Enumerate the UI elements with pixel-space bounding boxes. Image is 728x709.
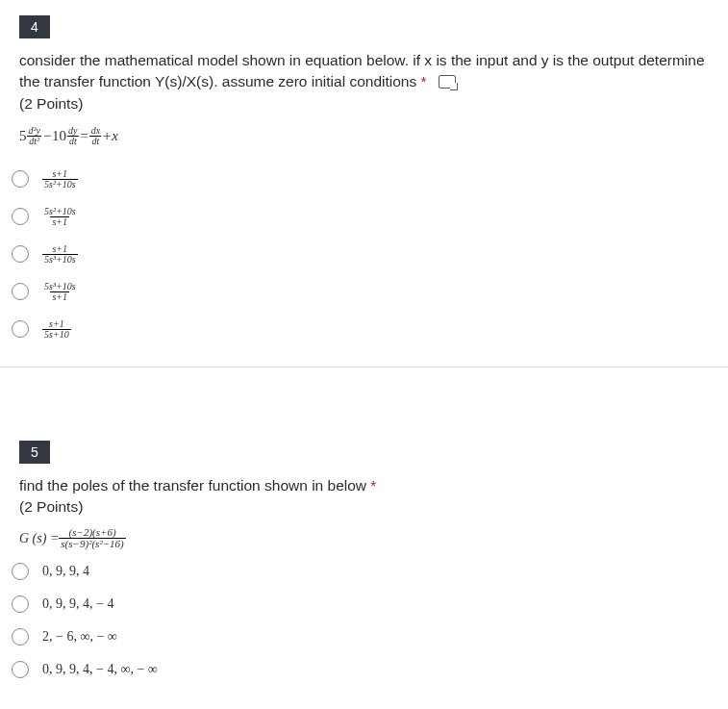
q4-option-2-math: 5s²+10ss+1 — [42, 207, 78, 227]
question-5-block: 5 find the poles of the transfer functio… — [0, 425, 728, 705]
eq-frac3-den: dt — [89, 136, 101, 146]
radio-icon — [12, 628, 29, 646]
gs-den: s(s−9)²(s²−16) — [59, 538, 125, 549]
immersive-reader-icon[interactable] — [439, 75, 456, 89]
question-4-text-row: consider the mathematical model shown in… — [19, 50, 709, 93]
opt-den: 5s+10 — [42, 329, 71, 340]
question-4-text: consider the mathematical model shown in… — [19, 52, 705, 89]
eq-frac1-den: dt² — [27, 136, 41, 146]
eq-frac3-num: dx — [89, 126, 102, 136]
radio-icon — [12, 595, 29, 613]
eq-tail: x — [112, 128, 118, 144]
q4-option-4-math: 5s³+10ss+1 — [42, 282, 78, 302]
spacer — [0, 367, 728, 425]
eq-op2: = — [80, 128, 89, 144]
q5-option-4[interactable]: 0, 9, 9, 4, − 4, ∞, − ∞ — [6, 655, 728, 684]
opt-num: s+1 — [50, 169, 69, 179]
eq-op1: − — [42, 128, 52, 144]
eq-frac2-num: dy — [66, 126, 79, 136]
question-number-5: 5 — [19, 441, 50, 464]
opt-den: s+1 — [50, 291, 69, 302]
opt-den: 5s³+10s — [42, 254, 78, 265]
q4-option-3-math: s+15s³+10s — [42, 244, 78, 265]
radio-icon — [12, 283, 29, 300]
q4-option-3[interactable]: s+15s³+10s — [6, 237, 728, 272]
required-star: * — [421, 73, 427, 89]
q4-option-1[interactable]: s+15s²+10s — [6, 162, 728, 197]
radio-icon — [12, 320, 29, 338]
eq-frac2-den: dt — [67, 136, 79, 146]
opt-num: 5s²+10s — [42, 207, 78, 216]
q4-option-5[interactable]: s+15s+10 — [6, 312, 728, 347]
q4-option-2[interactable]: 5s²+10ss+1 — [6, 199, 728, 235]
opt-den: 5s²+10s — [42, 179, 78, 190]
question-number-4: 4 — [19, 15, 50, 38]
q4-option-4[interactable]: 5s³+10ss+1 — [6, 274, 728, 310]
radio-icon — [12, 661, 29, 678]
gs-num: (s−2)(s+6) — [67, 527, 118, 538]
eq-frac3: dx dt — [89, 126, 102, 146]
question-5-points: (2 Points) — [19, 498, 709, 516]
radio-icon — [12, 170, 29, 188]
q5-option-2-label: 0, 9, 9, 4, − 4 — [42, 596, 113, 612]
q4-option-1-math: s+15s²+10s — [42, 169, 78, 190]
gs-frac: (s−2)(s+6) s(s−9)²(s²−16) — [59, 527, 125, 549]
eq-coef1: 5 — [19, 128, 27, 144]
required-star: * — [370, 477, 376, 494]
question-4-equation: 5 d²y dt² − 10 dy dt = dx dt + x — [19, 126, 709, 146]
eq-op3: + — [102, 128, 112, 144]
question-4-inner: 4 consider the mathematical model shown … — [0, 0, 728, 146]
eq-frac2: dy dt — [66, 126, 79, 146]
question-4-block: 4 consider the mathematical model shown … — [0, 0, 728, 367]
q5-option-3[interactable]: 2, − 6, ∞, − ∞ — [6, 622, 728, 651]
q5-option-4-label: 0, 9, 9, 4, − 4, ∞, − ∞ — [42, 662, 158, 677]
radio-icon — [12, 245, 29, 263]
opt-den: s+1 — [50, 216, 69, 227]
eq-coef2: 10 — [52, 128, 66, 144]
question-5-inner: 5 find the poles of the transfer functio… — [0, 425, 728, 549]
q5-option-2[interactable]: 0, 9, 9, 4, − 4 — [6, 590, 728, 619]
q5-option-1[interactable]: 0, 9, 9, 4 — [6, 557, 728, 586]
opt-num: s+1 — [50, 244, 69, 254]
radio-icon — [12, 563, 29, 580]
eq-frac1: d²y dt² — [27, 126, 42, 146]
question-4-points: (2 Points) — [19, 95, 709, 113]
question-4-options: s+15s²+10s 5s²+10ss+1 s+15s³+10s 5s³+10s… — [0, 156, 728, 347]
q5-option-3-label: 2, − 6, ∞, − ∞ — [42, 629, 117, 645]
question-5-options: 0, 9, 9, 4 0, 9, 9, 4, − 4 2, − 6, ∞, − … — [0, 549, 728, 684]
question-5-text-row: find the poles of the transfer function … — [19, 475, 709, 496]
q5-option-1-label: 0, 9, 9, 4 — [42, 564, 89, 579]
radio-icon — [12, 208, 29, 225]
question-5-text: find the poles of the transfer function … — [19, 477, 366, 494]
opt-num: s+1 — [47, 319, 66, 329]
q4-option-5-math: s+15s+10 — [42, 319, 71, 340]
eq-frac1-num: d²y — [27, 126, 42, 136]
question-5-equation: G (s) = (s−2)(s+6) s(s−9)²(s²−16) — [19, 527, 709, 549]
opt-num: 5s³+10s — [42, 282, 78, 291]
gs-lhs: G (s) = — [19, 531, 59, 546]
